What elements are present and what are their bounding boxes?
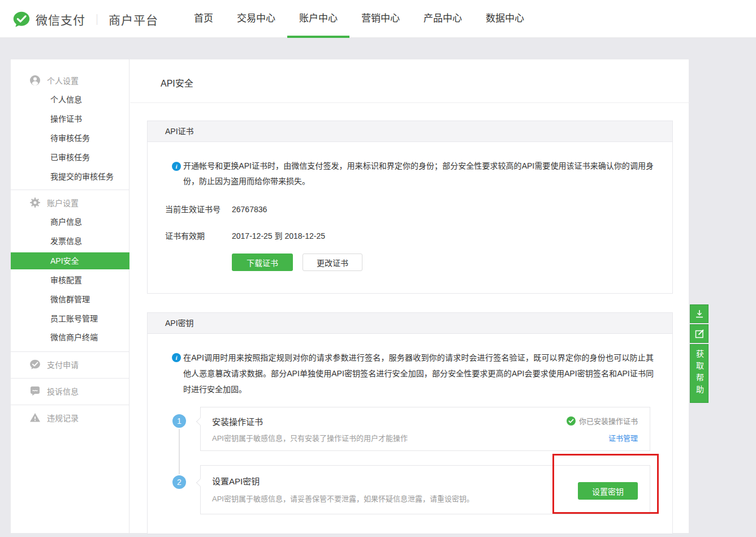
sidebar-item-submitted-tasks[interactable]: 我提交的审核任务 (50, 171, 114, 182)
api-certificate-card: API证书 i 开通帐号和更换API证书时，由微信支付签发，用来标识和界定你的身… (147, 121, 673, 294)
step-1-install-cert-box: 安装操作证书 API密钥属于敏感信息，只有安装了操作证书的用户才能操作 你已安装… (200, 407, 650, 451)
sidebar-item-invoice-info[interactable]: 发票信息 (50, 235, 82, 247)
check-circle-icon (567, 416, 576, 426)
step-box-notch (196, 479, 204, 487)
api-key-card-header: API密钥 (148, 313, 672, 334)
logo[interactable]: 微信支付 ｜ 商户平台 (12, 0, 158, 38)
cert-validity-label: 证书有效期 (165, 230, 205, 242)
sidebar-section-label: 账户设置 (47, 197, 79, 208)
sidebar-section-violation-records[interactable]: 违规记录 (29, 412, 79, 423)
api-certificate-card-header: API证书 (148, 121, 672, 142)
sidebar-item-api-security[interactable]: API安全 (11, 252, 129, 269)
sidebar-item-personal-info[interactable]: 个人信息 (50, 94, 82, 105)
sidebar-section-label: 违规记录 (47, 412, 79, 423)
product-name: 商户平台 (109, 11, 158, 28)
sidebar-section-label: 支付申请 (47, 359, 79, 370)
step-1-title: 安装操作证书 (212, 415, 263, 427)
step-1-badge: 1 (172, 414, 186, 428)
api-certificate-info-text: 开通帐号和更换API证书时，由微信支付签发，用来标识和界定你的身份；部分安全性要… (183, 158, 654, 189)
sidebar-item-review-config[interactable]: 审核配置 (50, 274, 82, 286)
main-panel: 个人设置 个人信息 操作证书 待审核任务 已审核任务 我提交的审核任务 (10, 59, 689, 534)
logo-divider: ｜ (92, 11, 102, 27)
top-nav: 首页 交易中心 账户中心 营销中心 产品中心 数据中心 (182, 0, 536, 38)
sidebar-item-reviewed-tasks[interactable]: 已审核任务 (50, 152, 90, 163)
sidebar-item-merchant-info[interactable]: 商户信息 (50, 216, 82, 227)
sidebar-item-pending-tasks[interactable]: 待审核任务 (50, 132, 90, 144)
cert-serial-value: 26767836 (232, 204, 267, 215)
step-1-description: API密钥属于敏感信息，只有安装了操作证书的用户才能操作 (212, 432, 408, 443)
set-api-key-button[interactable]: 设置密钥 (578, 482, 638, 500)
get-help-button[interactable]: 获取帮助 (690, 344, 709, 403)
download-cert-button[interactable]: 下载证书 (232, 254, 293, 271)
step-1-status-text: 你已安装操作证书 (579, 415, 638, 426)
info-icon: i (172, 353, 181, 362)
sidebar-item-merchant-terminal[interactable]: 微信商户终端 (50, 332, 98, 343)
title-divider (130, 102, 690, 103)
top-header: 微信支付 ｜ 商户平台 首页 交易中心 账户中心 营销中心 产品中心 数据中心 (0, 0, 756, 38)
sidebar-section-account-settings[interactable]: 账户设置 (29, 197, 79, 208)
change-cert-button[interactable]: 更改证书 (303, 254, 362, 271)
sidebar-divider (11, 351, 129, 352)
nav-account-center[interactable]: 账户中心 (287, 0, 349, 38)
warning-triangle-icon (29, 412, 41, 423)
edit-icon (694, 329, 705, 339)
step-connector-line (179, 429, 180, 474)
info-icon: i (172, 162, 181, 171)
message-bubble-icon (29, 385, 41, 397)
sidebar-divider (11, 190, 129, 190)
wechat-pay-merchant-platform: 微信支付 ｜ 商户平台 首页 交易中心 账户中心 营销中心 产品中心 数据中心 … (0, 0, 756, 537)
wechat-pay-logo-icon (12, 10, 31, 28)
sidebar-divider (11, 405, 129, 405)
nav-home[interactable]: 首页 (182, 0, 225, 38)
step-1-status: 你已安装操作证书 (567, 415, 638, 426)
download-icon (694, 309, 705, 319)
api-certificate-card-title: API证书 (165, 127, 194, 136)
wechat-bubble-icon (29, 359, 41, 370)
sidebar-section-label: 投诉信息 (47, 385, 79, 397)
sidebar-divider (11, 378, 129, 379)
nav-product-center[interactable]: 产品中心 (412, 0, 474, 38)
nav-marketing-center[interactable]: 营销中心 (349, 0, 412, 38)
step-2-description: API密钥属于敏感信息，请妥善保管不要泄露，如果怀疑信息泄露，请重设密钥。 (212, 493, 474, 504)
step-2-title: 设置API密钥 (212, 475, 260, 487)
nav-trade-center[interactable]: 交易中心 (225, 0, 287, 38)
cert-serial-label: 当前生效证书号 (165, 204, 221, 215)
step-box-notch (196, 418, 204, 426)
sidebar-section-complaint-info[interactable]: 投诉信息 (29, 385, 79, 397)
cert-validity-value: 2017-12-25 到 2018-12-25 (232, 230, 325, 242)
gear-icon (29, 197, 41, 208)
step-2-set-api-key-box: 设置API密钥 API密钥属于敏感信息，请妥善保管不要泄露，如果怀疑信息泄露，请… (200, 465, 650, 514)
feedback-tool-button[interactable] (690, 324, 709, 343)
floating-help-toolbar: 获取帮助 (690, 304, 709, 404)
sidebar-item-wechat-group[interactable]: 微信群管理 (50, 294, 90, 305)
cert-management-link[interactable]: 证书管理 (608, 432, 638, 443)
sidebar-section-label: 个人设置 (47, 75, 79, 86)
page-title: API安全 (161, 76, 193, 89)
api-key-card: API密钥 i 在API调用时用来按照指定规则对你的请求参数进行签名，服务器收到… (147, 312, 673, 534)
content-area: API安全 API证书 i 开通帐号和更换API证书时，由微信支付签发，用来标识… (130, 59, 690, 533)
user-icon (29, 75, 41, 86)
sidebar-item-staff-account[interactable]: 员工账号管理 (50, 313, 98, 324)
step-2-badge: 2 (172, 475, 186, 489)
sidebar-section-personal-settings[interactable]: 个人设置 (29, 75, 79, 86)
sidebar-item-operation-cert[interactable]: 操作证书 (50, 113, 82, 124)
nav-data-center[interactable]: 数据中心 (474, 0, 536, 38)
api-key-card-title: API密钥 (165, 319, 194, 328)
api-key-info-text: 在API调用时用来按照指定规则对你的请求参数进行签名，服务器收到你的请求时会进行… (183, 350, 654, 397)
download-tool-button[interactable] (690, 304, 709, 323)
sidebar: 个人设置 个人信息 操作证书 待审核任务 已审核任务 我提交的审核任务 (11, 59, 129, 533)
sidebar-section-payment-application[interactable]: 支付申请 (29, 359, 79, 370)
brand-name: 微信支付 (36, 11, 85, 28)
